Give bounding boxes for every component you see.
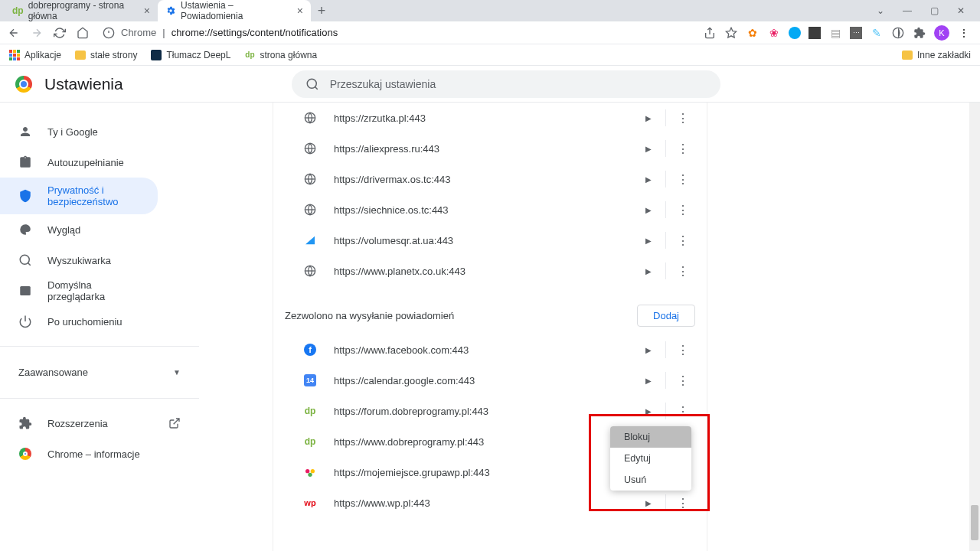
site-favicon [303, 465, 317, 479]
site-url: https://volumesqr.at.ua:443 [334, 235, 636, 246]
search-icon [18, 253, 32, 267]
site-url: https://calendar.google.com:443 [334, 375, 636, 386]
close-icon[interactable]: × [297, 5, 303, 17]
menu-item-remove[interactable]: Usuń [610, 469, 691, 491]
tab-dobreprogramy[interactable]: dp dobreprogramy - strona główna × [5, 0, 158, 21]
folder-icon [75, 51, 86, 60]
site-more-button[interactable]: ⋮ [671, 404, 695, 419]
site-more-button[interactable]: ⋮ [671, 233, 695, 248]
svg-line-6 [315, 86, 317, 89]
site-details-arrow[interactable]: ▶ [636, 407, 661, 416]
site-details-arrow[interactable]: ▶ [636, 267, 661, 276]
back-button[interactable] [6, 25, 21, 41]
tab-settings[interactable]: Ustawienia – Powiadomienia × [158, 0, 311, 21]
settings-search-input[interactable]: Przeszukaj ustawienia [292, 70, 720, 98]
settings-header: Ustawienia Przeszukaj ustawienia [0, 66, 980, 103]
site-favicon: f [303, 343, 317, 357]
tab-strip: dp dobreprogramy - strona główna × Ustaw… [0, 0, 980, 21]
bookmark-strona[interactable]: dpstrona główna [244, 50, 317, 60]
site-details-arrow[interactable]: ▶ [636, 377, 661, 385]
scroll-thumb[interactable] [971, 505, 978, 540]
bookmark-deepl[interactable]: Tłumacz DeepL [151, 50, 230, 60]
site-url: https://forum.dobreprogramy.pl:443 [334, 406, 636, 417]
ext-icon-4[interactable] [808, 27, 821, 39]
bookmarks-bar: Aplikacje stałe strony Tłumacz DeepL dps… [0, 44, 980, 66]
ext-icon-2[interactable]: ❀ [767, 26, 781, 40]
site-more-button[interactable]: ⋮ [671, 172, 695, 187]
chrome-icon [18, 447, 32, 461]
close-icon[interactable]: × [144, 5, 150, 17]
site-details-arrow[interactable]: ▶ [636, 175, 661, 184]
power-icon [18, 315, 32, 328]
sidebar-item-privacy[interactable]: Prywatność i bezpieczeństwo [0, 178, 158, 214]
ext-icon-8[interactable] [891, 26, 905, 40]
extensions-icon[interactable] [913, 26, 926, 40]
forward-button[interactable] [29, 25, 44, 41]
tab-title: Ustawienia – Powiadomienia [181, 0, 292, 21]
site-favicon: wp [303, 496, 317, 510]
site-details-arrow[interactable]: ▶ [636, 499, 661, 507]
site-more-button[interactable]: ⋮ [671, 142, 695, 156]
ext-icon-3[interactable] [789, 27, 801, 39]
other-bookmarks[interactable]: Inne zakładki [902, 50, 971, 60]
svg-marker-3 [726, 28, 736, 37]
site-details-arrow[interactable]: ▶ [636, 236, 661, 245]
site-more-button[interactable]: ⋮ [671, 373, 695, 388]
sidebar-item-default-browser[interactable]: Domyślna przeglądarka [0, 276, 158, 306]
site-more-button[interactable]: ⋮ [671, 203, 695, 217]
site-more-button[interactable]: ⋮ [671, 343, 695, 357]
site-details-arrow[interactable]: ▶ [636, 206, 661, 214]
puzzle-icon [18, 416, 32, 430]
site-row: https://volumesqr.at.ua:443 ▶ ⋮ [276, 225, 704, 256]
ext-icon-7[interactable]: ✎ [870, 26, 884, 40]
maximize-icon[interactable]: ▢ [930, 5, 939, 16]
site-favicon [303, 111, 317, 125]
sidebar-item-search[interactable]: Wyszukiwarka [0, 245, 158, 276]
tab-title: dobreprogramy - strona główna [28, 0, 139, 21]
ext-icon-6[interactable]: ⋯ [850, 27, 862, 39]
sidebar-item-extensions[interactable]: Rozszerzenia [0, 408, 199, 439]
sidebar-item-startup[interactable]: Po uruchomieniu [0, 306, 158, 337]
reload-button[interactable] [52, 25, 67, 41]
close-window-icon[interactable]: ✕ [957, 5, 965, 16]
new-tab-button[interactable]: + [311, 0, 332, 21]
menu-item-block[interactable]: Blokuj [610, 426, 691, 448]
sidebar-item-you-and-google[interactable]: Ty i Google [0, 116, 158, 147]
page-title: Ustawienia [44, 75, 123, 93]
apps-shortcut[interactable]: Aplikacje [9, 50, 61, 60]
ext-icon-5[interactable]: ▤ [828, 26, 842, 40]
bookmark-folder-stale[interactable]: stałe strony [75, 50, 137, 60]
star-icon[interactable] [724, 26, 738, 40]
external-link-icon [168, 417, 181, 429]
site-more-button[interactable]: ⋮ [671, 264, 695, 279]
minimize-icon[interactable]: — [903, 5, 912, 16]
site-details-arrow[interactable]: ▶ [636, 346, 661, 354]
home-button[interactable] [75, 25, 90, 41]
apps-icon [9, 50, 20, 60]
site-details-arrow[interactable]: ▶ [636, 145, 661, 153]
sidebar-item-autofill[interactable]: Autouzupełnianie [0, 147, 158, 178]
sidebar-advanced-toggle[interactable]: Zaawansowane ▼ [0, 356, 199, 389]
scrollbar[interactable] [969, 103, 980, 551]
chevron-down-icon[interactable]: ⌄ [877, 5, 884, 16]
svg-line-8 [28, 262, 30, 265]
share-icon[interactable] [703, 26, 717, 40]
site-more-button[interactable]: ⋮ [671, 111, 695, 126]
ext-icon-1[interactable]: ✿ [746, 26, 760, 40]
folder-icon [902, 51, 913, 60]
profile-avatar[interactable]: K [934, 25, 949, 41]
site-url: https://www.planetx.co.uk:443 [334, 266, 636, 277]
sidebar-item-about[interactable]: Chrome – informacje [0, 439, 199, 469]
site-row: wp https://www.wp.pl:443 ▶ ⋮ [276, 487, 704, 518]
chrome-logo-icon [15, 76, 32, 93]
add-button[interactable]: Dodaj [637, 305, 695, 327]
address-bar[interactable]: Chrome | chrome://settings/content/notif… [98, 27, 695, 39]
toolbar-actions: ✿ ❀ ▤ ⋯ ✎ K ⋮ [703, 25, 974, 41]
menu-item-edit[interactable]: Edytuj [610, 448, 691, 469]
menu-icon[interactable]: ⋮ [957, 26, 971, 40]
site-details-arrow[interactable]: ▶ [636, 114, 661, 122]
allowed-section-header: Zezwolono na wysyłanie powiadomień Dodaj [276, 286, 704, 334]
site-more-button[interactable]: ⋮ [671, 496, 695, 510]
sidebar-item-appearance[interactable]: Wygląd [0, 214, 158, 245]
site-favicon: 14 [303, 373, 317, 387]
